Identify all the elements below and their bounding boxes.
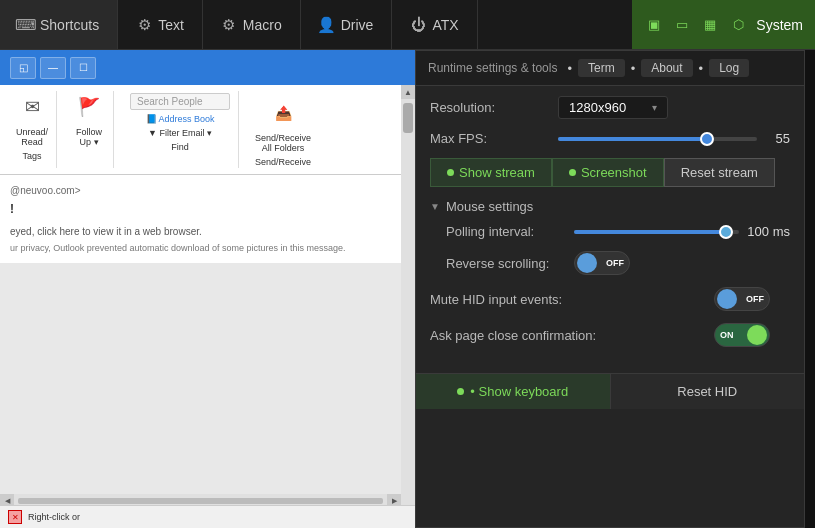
outlook-ribbon: ◱ — ☐ <box>0 50 415 85</box>
find-label: Find <box>171 142 189 152</box>
reset-stream-label: Reset stream <box>681 165 758 180</box>
nav-item-macro[interactable]: ⚙ Macro <box>203 0 301 49</box>
nav-label-shortcuts: Shortcuts <box>40 17 99 33</box>
reverse-scrolling-row: Reverse scrolling: OFF <box>430 251 790 275</box>
mouse-settings-header[interactable]: ▼ Mouse settings <box>430 199 790 214</box>
polling-slider-thumb[interactable] <box>719 225 733 239</box>
nav-label-atx: ATX <box>432 17 458 33</box>
right-click-bar: ✕ Right-click or <box>0 505 415 528</box>
drive-icon: 👤 <box>319 17 335 33</box>
mute-hid-row: Mute HID input events: OFF <box>430 287 790 311</box>
show-keyboard-button[interactable]: • Show keyboard <box>416 374 610 409</box>
tab-term[interactable]: Term <box>578 59 625 77</box>
reverse-scrolling-label: Reverse scrolling: <box>446 256 566 271</box>
reset-hid-button[interactable]: Reset HID <box>610 374 805 409</box>
nav-item-system[interactable]: ▣ ▭ ▦ ⬡ System <box>632 0 815 49</box>
unread-label: Unread/Read <box>16 127 48 147</box>
ribbon-btn-3[interactable]: ☐ <box>70 57 96 79</box>
show-keyboard-label: • Show keyboard <box>470 384 568 399</box>
outlook-panel: ◱ — ☐ ✉ Unread/Read Tags 🚩 FollowUp ▾ Se… <box>0 50 415 528</box>
vertical-scrollbar[interactable]: ▲ <box>401 85 415 508</box>
reset-hid-label: Reset HID <box>677 384 737 399</box>
outlook-email-area: @neuvoo.com> ! eyed, click here to view … <box>0 175 415 263</box>
search-people-input[interactable]: Search People <box>130 93 230 110</box>
screenshot-button[interactable]: Screenshot <box>552 158 664 187</box>
email-notice-1: eyed, click here to view it in a web bro… <box>10 224 405 239</box>
tab-about[interactable]: About <box>641 59 692 77</box>
dark-area <box>805 50 815 528</box>
toolbar-group-unread: ✉ Unread/Read Tags <box>8 91 57 168</box>
reverse-scrolling-state: OFF <box>606 258 624 268</box>
filter-email-label[interactable]: ▼ Filter Email ▾ <box>148 128 212 138</box>
max-fps-slider-container: 55 <box>558 131 790 146</box>
shortcuts-icon: ⌨ <box>18 17 34 33</box>
unread-icon[interactable]: ✉ <box>16 91 48 123</box>
polling-slider-fill <box>574 230 726 234</box>
mute-hid-toggle[interactable]: OFF <box>714 287 770 311</box>
reset-stream-button[interactable]: Reset stream <box>664 158 775 187</box>
scroll-up-button[interactable]: ▲ <box>401 85 415 99</box>
toolbar-group-followup: 🚩 FollowUp ▾ <box>65 91 114 168</box>
max-fps-row: Max FPS: 55 <box>430 131 790 146</box>
tab-log[interactable]: Log <box>709 59 749 77</box>
send-receive-group-label: Send/Receive <box>255 157 311 167</box>
top-nav: ⌨ Shortcuts ⚙ Text ⚙ Macro 👤 Drive ⏻ ATX… <box>0 0 815 50</box>
ask-page-close-toggle[interactable]: ON <box>714 323 770 347</box>
reverse-scrolling-knob <box>577 253 597 273</box>
email-body-text: ! <box>10 202 405 216</box>
mouse-settings-label: Mouse settings <box>446 199 533 214</box>
settings-panel: Runtime settings & tools • Term • About … <box>415 50 805 528</box>
followup-icon[interactable]: 🚩 <box>73 91 105 123</box>
system-icon-1: ▣ <box>644 15 664 35</box>
show-stream-label: Show stream <box>459 165 535 180</box>
scroll-thumb[interactable] <box>403 103 413 133</box>
atx-icon: ⏻ <box>410 17 426 33</box>
settings-content: Resolution: 1280x960 ▾ Max FPS: 55 <box>416 86 804 369</box>
ribbon-btn-1[interactable]: ◱ <box>10 57 36 79</box>
nav-item-text[interactable]: ⚙ Text <box>118 0 203 49</box>
nav-label-drive: Drive <box>341 17 374 33</box>
followup-label: FollowUp ▾ <box>76 127 102 147</box>
nav-item-drive[interactable]: 👤 Drive <box>301 0 393 49</box>
max-fps-slider-track[interactable] <box>558 137 757 141</box>
max-fps-slider-thumb[interactable] <box>700 132 714 146</box>
show-stream-button[interactable]: Show stream <box>430 158 552 187</box>
mute-hid-label: Mute HID input events: <box>430 292 562 307</box>
show-keyboard-dot <box>457 388 464 395</box>
ask-page-close-state: ON <box>720 330 734 340</box>
nav-label-text: Text <box>158 17 184 33</box>
address-book-label[interactable]: 📘 Address Book <box>146 114 215 124</box>
main-layout: ◱ — ☐ ✉ Unread/Read Tags 🚩 FollowUp ▾ Se… <box>0 50 815 528</box>
text-icon: ⚙ <box>136 17 152 33</box>
nav-label-system: System <box>756 17 803 33</box>
system-icon-2: ▭ <box>672 15 692 35</box>
resolution-dropdown-arrow: ▾ <box>652 102 657 113</box>
settings-tabs: Runtime settings & tools • Term • About … <box>416 51 804 86</box>
polling-interval-label: Polling interval: <box>446 224 566 239</box>
nav-item-atx[interactable]: ⏻ ATX <box>392 0 477 49</box>
polling-interval-row: Polling interval: 100 ms <box>430 224 790 239</box>
macro-icon: ⚙ <box>221 17 237 33</box>
outlook-toolbar: ✉ Unread/Read Tags 🚩 FollowUp ▾ Search P… <box>0 85 415 175</box>
mute-hid-knob <box>717 289 737 309</box>
reverse-scrolling-toggle[interactable]: OFF <box>574 251 630 275</box>
system-icon-3: ▦ <box>700 15 720 35</box>
max-fps-value: 55 <box>765 131 790 146</box>
right-click-text: Right-click or <box>28 512 80 522</box>
resolution-label: Resolution: <box>430 100 550 115</box>
show-stream-dot <box>447 169 454 176</box>
send-receive-label: Send/ReceiveAll Folders <box>255 133 311 153</box>
resolution-dropdown[interactable]: 1280x960 ▾ <box>558 96 668 119</box>
screenshot-label: Screenshot <box>581 165 647 180</box>
resolution-value: 1280x960 <box>569 100 626 115</box>
system-icon-4: ⬡ <box>728 15 748 35</box>
nav-label-macro: Macro <box>243 17 282 33</box>
bullet-term: • <box>567 61 572 76</box>
mute-hid-state: OFF <box>746 294 764 304</box>
ribbon-btn-2[interactable]: — <box>40 57 66 79</box>
resolution-row: Resolution: 1280x960 ▾ <box>430 96 790 119</box>
nav-item-shortcuts[interactable]: ⌨ Shortcuts <box>0 0 118 49</box>
send-receive-icon[interactable]: 📤 <box>267 97 299 129</box>
polling-slider-track[interactable] <box>574 230 739 234</box>
bottom-buttons: • Show keyboard Reset HID <box>416 373 804 409</box>
